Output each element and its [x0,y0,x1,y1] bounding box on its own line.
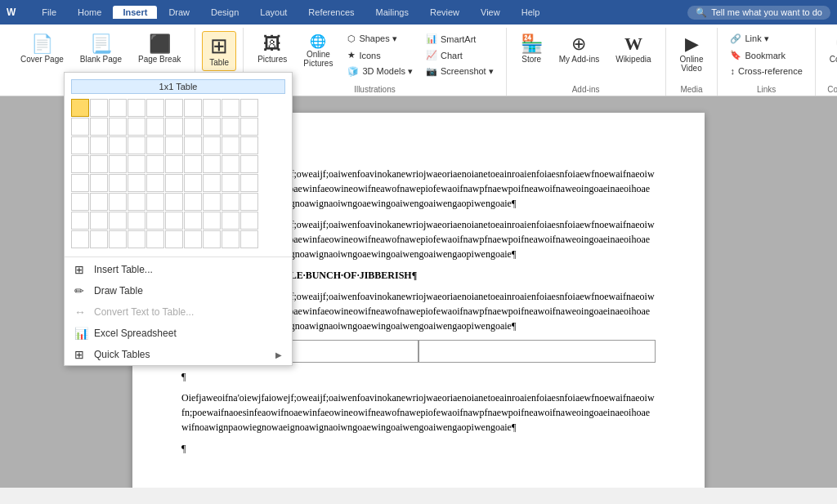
pictures-button[interactable]: 🖼 Pictures [250,31,294,68]
grid-cell-2-7[interactable] [203,136,221,154]
grid-cell-6-3[interactable] [128,212,145,230]
grid-cell-6-7[interactable] [203,212,221,230]
grid-cell-2-4[interactable] [146,136,164,154]
tab-layout[interactable]: Layout [250,6,297,19]
grid-cell-5-8[interactable] [222,193,239,211]
screenshot-button[interactable]: 📷 Screenshot ▾ [420,64,499,79]
comment-button[interactable]: 💬 Comment [822,31,837,68]
grid-cell-6-0[interactable] [71,212,89,230]
grid-cell-4-7[interactable] [203,174,221,192]
grid-cell-7-7[interactable] [203,230,221,248]
blank-page-button[interactable]: 📃 Blank Page [73,31,129,68]
my-addins-button[interactable]: ⊕ My Add-ins [552,31,606,68]
tab-review[interactable]: Review [420,6,469,19]
grid-cell-1-5[interactable] [165,118,183,136]
grid-cell-3-8[interactable] [222,155,239,173]
cross-ref-button[interactable]: ↕ Cross-reference [724,64,808,78]
grid-cell-1-4[interactable] [146,118,164,136]
grid-cell-7-9[interactable] [240,230,258,248]
grid-cell-6-9[interactable] [240,212,258,230]
draw-table-item[interactable]: ✏ Draw Table [65,280,292,301]
tab-file[interactable]: File [32,6,66,19]
grid-cell-0-6[interactable] [184,99,202,117]
grid-cell-5-9[interactable] [240,193,258,211]
grid-cell-2-5[interactable] [165,136,183,154]
table-cell-1-2[interactable] [418,340,656,363]
excel-spreadsheet-item[interactable]: 📊 Excel Spreadsheet [65,323,292,344]
grid-cell-2-0[interactable] [71,136,89,154]
tab-home[interactable]: Home [68,6,111,19]
tab-design[interactable]: Design [201,6,248,19]
online-pictures-button[interactable]: 🌐 OnlinePictures [296,31,340,72]
grid-cell-0-5[interactable] [165,99,183,117]
grid-cell-5-0[interactable] [71,193,89,211]
grid-cell-0-2[interactable] [109,99,127,117]
tab-draw[interactable]: Draw [159,6,199,19]
shapes-button[interactable]: ⬡ Shapes ▾ [342,31,418,47]
grid-cell-1-0[interactable] [71,118,89,136]
grid-cell-7-8[interactable] [222,230,239,248]
grid-cell-0-1[interactable] [90,99,108,117]
grid-cell-1-2[interactable] [109,118,127,136]
quick-tables-item[interactable]: ⊞ Quick Tables [65,344,292,365]
grid-cell-4-5[interactable] [165,174,183,192]
grid-cell-4-8[interactable] [222,174,239,192]
grid-cell-6-5[interactable] [165,212,183,230]
grid-cell-1-1[interactable] [90,118,108,136]
grid-cell-2-1[interactable] [90,136,108,154]
grid-cell-5-7[interactable] [203,193,221,211]
online-video-button[interactable]: ▶ OnlineVideo [673,31,711,77]
grid-cell-7-5[interactable] [165,230,183,248]
table-button[interactable]: ⊞ Table [202,31,236,71]
grid-cell-7-0[interactable] [71,230,89,248]
wikipedia-button[interactable]: W Wikipedia [608,31,658,68]
grid-cell-0-3[interactable] [128,99,145,117]
page-break-button[interactable]: ⬛ Page Break [131,31,188,68]
grid-cell-5-2[interactable] [109,193,127,211]
grid-cell-6-4[interactable] [146,212,164,230]
grid-cell-3-3[interactable] [128,155,145,173]
grid-cell-5-4[interactable] [146,193,164,211]
grid-cell-4-6[interactable] [184,174,202,192]
tab-references[interactable]: References [298,6,364,19]
grid-cell-5-5[interactable] [165,193,183,211]
grid-cell-3-7[interactable] [203,155,221,173]
smartart-button[interactable]: 📊 SmartArt [420,31,499,47]
bookmark-button[interactable]: 🔖 Bookmark [724,47,808,63]
grid-cell-1-9[interactable] [240,118,258,136]
tab-insert[interactable]: Insert [113,6,157,19]
chart-button[interactable]: 📈 Chart [420,47,499,63]
grid-cell-6-6[interactable] [184,212,202,230]
grid-cell-2-3[interactable] [128,136,145,154]
tell-me-box[interactable]: 🔍 Tell me what you want to do [687,6,830,20]
grid-cell-5-6[interactable] [184,193,202,211]
grid-cell-0-7[interactable] [203,99,221,117]
grid-cell-2-8[interactable] [222,136,239,154]
table-grid[interactable] [71,99,285,248]
grid-cell-7-6[interactable] [184,230,202,248]
link-button[interactable]: 🔗 Link ▾ [724,31,808,47]
grid-cell-1-8[interactable] [222,118,239,136]
icons-button[interactable]: ★ Icons [342,47,418,63]
tab-view[interactable]: View [471,6,510,19]
grid-cell-2-6[interactable] [184,136,202,154]
grid-cell-3-9[interactable] [240,155,258,173]
grid-cell-4-9[interactable] [240,174,258,192]
grid-cell-7-2[interactable] [109,230,127,248]
grid-cell-3-4[interactable] [146,155,164,173]
grid-cell-4-1[interactable] [90,174,108,192]
grid-cell-7-1[interactable] [90,230,108,248]
grid-cell-3-1[interactable] [90,155,108,173]
tab-mailings[interactable]: Mailings [366,6,418,19]
grid-cell-2-9[interactable] [240,136,258,154]
tab-help[interactable]: Help [512,6,550,19]
grid-cell-4-4[interactable] [146,174,164,192]
grid-cell-3-2[interactable] [109,155,127,173]
grid-cell-2-2[interactable] [109,136,127,154]
grid-cell-0-0[interactable] [71,99,89,117]
grid-cell-0-8[interactable] [222,99,239,117]
grid-cell-4-3[interactable] [128,174,145,192]
grid-cell-5-3[interactable] [128,193,145,211]
cover-page-button[interactable]: 📄 Cover Page [13,31,71,68]
grid-cell-1-3[interactable] [128,118,145,136]
